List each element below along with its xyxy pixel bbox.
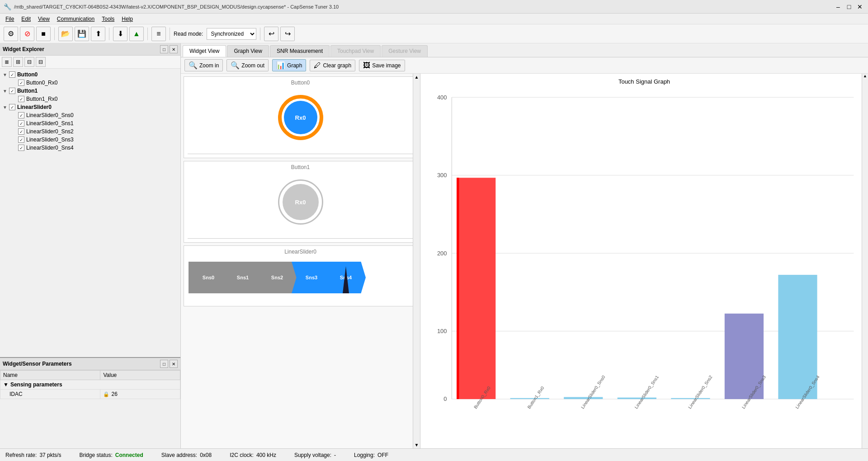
touch-signal-graph: Touch Signal Graph ▲ (420, 74, 868, 448)
x-label-sns2: LinearSlider0_Sns2 (687, 374, 713, 409)
widget-explorer-expand-btn[interactable]: □ (160, 45, 168, 53)
tree-checkbox-button0[interactable] (9, 71, 15, 78)
tab-snr-measurement[interactable]: SNR Measurement (270, 45, 330, 57)
title-bar-controls: – □ ✕ (834, 2, 864, 11)
title-bar-left: 🔧 /mtb_shared/TARGET_CY8CKIT-064B0S2-434… (4, 3, 339, 10)
title-text: /mtb_shared/TARGET_CY8CKIT-064B0S2-4343W… (14, 4, 339, 9)
button0-widget-container: Rx0 (184, 86, 417, 154)
tab-gesture-view[interactable]: Gesture View (382, 45, 428, 57)
tree-style-1[interactable]: ⊞ (13, 57, 23, 67)
tree-arrow-linearslider0: ▼ (3, 105, 7, 110)
y-label-400: 400 (437, 94, 447, 101)
graph-button[interactable]: 📊 Graph (272, 59, 306, 71)
list-button[interactable]: ≡ (151, 27, 166, 41)
tree-checkbox-linearslider0[interactable] (9, 104, 15, 110)
graph-scroll-up[interactable]: ▲ (862, 74, 868, 78)
tree-checkbox-linearslider0-sns3[interactable] (18, 136, 24, 143)
status-i2c: I2C clock: 400 kHz (230, 452, 276, 458)
tree-checkbox-linearslider0-sns1[interactable] (18, 120, 24, 127)
maximize-button[interactable]: □ (844, 2, 854, 11)
stop-button[interactable]: ⊘ (20, 27, 34, 41)
menu-tools[interactable]: Tools (98, 15, 118, 23)
zoom-in-icon: 🔍 (189, 61, 198, 70)
minimize-button[interactable]: – (834, 2, 843, 11)
tree-item-linearslider0-sns0[interactable]: LinearSlider0_Sns0 (2, 111, 179, 119)
params-table: Name Value ▼ Sensing parameters (0, 370, 180, 399)
tree-item-linearslider0-sns3[interactable]: LinearSlider0_Sns3 (2, 136, 179, 144)
menu-file[interactable]: File (2, 15, 18, 23)
redo-button[interactable]: ↪ (280, 27, 295, 41)
tree-group-button1: ▼ Button1 Button1_Rx0 (2, 87, 179, 103)
scroll-down-button[interactable]: ▼ (414, 442, 420, 448)
params-col-value: Value (100, 371, 180, 380)
status-refresh-rate: Refresh rate: 37 pkts/s (5, 452, 61, 458)
menu-help[interactable]: Help (118, 15, 137, 23)
tab-widget-view[interactable]: Widget View (183, 45, 226, 57)
tree-label-button0-rx0: Button0_Rx0 (26, 80, 57, 86)
clear-graph-button[interactable]: 🖊 Clear graph (310, 60, 355, 71)
tree-item-linearslider0[interactable]: ▼ LinearSlider0 (2, 103, 179, 111)
zoom-out-button[interactable]: 🔍 Zoom out (226, 59, 269, 71)
download-button[interactable]: ⬇ (113, 27, 127, 41)
tree-item-linearslider0-sns1[interactable]: LinearSlider0_Sns1 (2, 119, 179, 127)
tree-checkbox-linearslider0-sns4[interactable] (18, 145, 24, 151)
tree-checkbox-button0-rx0[interactable] (18, 80, 24, 86)
tab-touchpad-view[interactable]: Touchpad View (330, 45, 381, 57)
x-label-button1-rx0: Button1_Rx0 (526, 385, 545, 409)
bridge-status-label: Bridge status: (79, 452, 112, 458)
button0-divider (188, 154, 413, 154)
widget-explorer-header: Widget Explorer □ ✕ (0, 43, 180, 56)
button0-inner-circle: Rx0 (284, 101, 317, 134)
zoom-in-button[interactable]: 🔍 Zoom in (184, 59, 223, 71)
menu-view[interactable]: View (34, 15, 53, 23)
widget-view-panel: ▲ ▼ Button0 Rx0 (181, 74, 420, 448)
tree-group-button0: ▼ Button0 Button0_Rx0 (2, 71, 179, 87)
tree-item-linearslider0-sns2[interactable]: LinearSlider0_Sns2 (2, 127, 179, 136)
upload-button[interactable]: ⬆ (91, 27, 105, 41)
open-button[interactable]: 📂 (58, 27, 73, 41)
read-mode-select[interactable]: Synchronized Manual (207, 28, 256, 40)
zoom-out-icon: 🔍 (231, 61, 240, 70)
tree-item-button1[interactable]: ▼ Button1 (2, 87, 179, 95)
x-label-sns0: LinearSlider0_Sns0 (580, 374, 606, 409)
widget-explorer-close-btn[interactable]: ✕ (170, 45, 178, 53)
tree-checkbox-linearslider0-sns0[interactable] (18, 112, 24, 118)
menu-communication[interactable]: Communication (53, 15, 98, 23)
bar-sns2 (671, 398, 710, 399)
tree-filter[interactable]: ⊟ (36, 57, 46, 67)
stop-square-button[interactable]: ■ (36, 27, 51, 41)
close-button[interactable]: ✕ (855, 2, 864, 11)
save-image-button[interactable]: 🖼 Save image (359, 60, 405, 71)
tree-expand-all[interactable]: ≣ (2, 57, 12, 67)
tree-item-linearslider0-sns4[interactable]: LinearSlider0_Sns4 (2, 144, 179, 152)
supply-voltage-value: - (334, 452, 336, 458)
save-image-icon: 🖼 (363, 61, 370, 70)
save-button[interactable]: 💾 (75, 27, 89, 41)
settings-button[interactable]: ⚙ (4, 27, 18, 41)
graph-icon: 📊 (276, 61, 285, 70)
content-area: ▲ ▼ Button0 Rx0 (181, 74, 868, 448)
params-name-idac: IDAC (0, 390, 100, 399)
tree-item-button0-rx0[interactable]: Button0_Rx0 (2, 79, 179, 87)
scroll-up-button[interactable]: ▲ (414, 74, 420, 80)
button1-section: Button1 Rx0 (184, 161, 417, 243)
graph-area: 0 100 200 300 400 (425, 87, 863, 439)
tree-checkbox-button1-rx0[interactable] (18, 96, 24, 102)
undo-button[interactable]: ↩ (264, 27, 278, 41)
run-button[interactable]: ▲ (129, 27, 144, 41)
widget-tree: ▼ Button0 Button0_Rx0 ▼ Button1 (0, 69, 180, 357)
tree-style-2[interactable]: ⊟ (24, 57, 34, 67)
widget-scrollbar[interactable]: ▲ ▼ (413, 74, 420, 448)
menu-edit[interactable]: Edit (18, 15, 34, 23)
sensor-params-close-btn[interactable]: ✕ (170, 360, 178, 368)
sensor-params-expand-btn[interactable]: □ (160, 360, 168, 368)
tab-graph-view[interactable]: Graph View (227, 45, 269, 57)
sensor-params-header: Widget/Sensor Parameters □ ✕ (0, 358, 180, 370)
tree-item-button1-rx0[interactable]: Button1_Rx0 (2, 95, 179, 103)
bar-sns1 (618, 398, 656, 399)
tree-item-button0[interactable]: ▼ Button0 (2, 71, 179, 79)
tree-checkbox-linearslider0-sns2[interactable] (18, 128, 24, 135)
button0-label: Button0 (184, 80, 417, 86)
tree-checkbox-button1[interactable] (9, 88, 15, 94)
tree-label-linearslider0-sns1: LinearSlider0_Sns1 (26, 120, 74, 127)
